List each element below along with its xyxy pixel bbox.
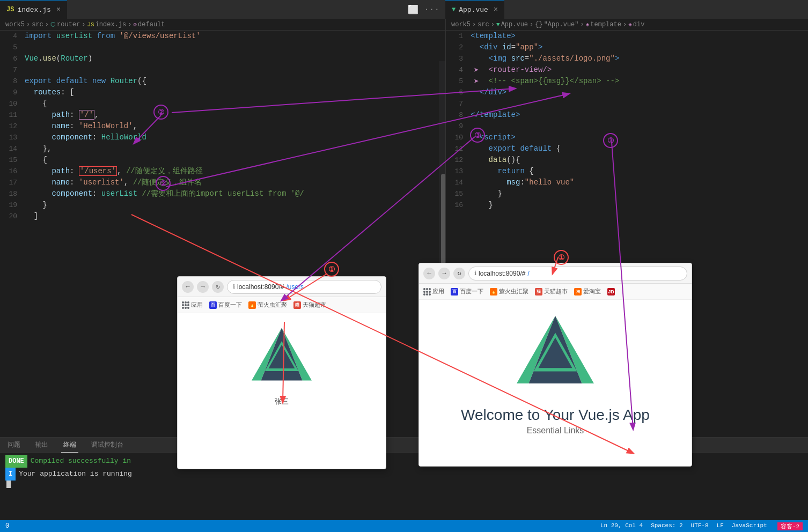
- tab-index-js[interactable]: JS index.js ×: [0, 0, 67, 19]
- tab-label-index: index.js: [17, 6, 50, 14]
- code-line-19: 19 }: [0, 200, 445, 211]
- code-line-6: 6 Vue.use(Router): [0, 53, 445, 64]
- browser-content-right: Welcome to Your Vue.js App Essential Lin…: [419, 300, 692, 446]
- browser-left: ← → ↻ ℹ localhost:8090/#/users 应用 百: [177, 276, 386, 469]
- terminal-cursor-line: [5, 481, 803, 488]
- status-bar: 0 Ln 20, Col 4 Spaces: 2 UTF-8 LF JavaSc…: [0, 520, 808, 532]
- status-spaces: Spaces: 2: [651, 522, 682, 530]
- right-code-line-3: 3 <img src="./assets/logo.png">: [446, 53, 808, 64]
- right-code-line-12: 12 data(){: [446, 154, 808, 166]
- right-code-line-15: 15 }: [446, 188, 808, 200]
- tab-close-app[interactable]: ×: [494, 5, 498, 14]
- url-lock-icon-left: ℹ: [233, 283, 235, 290]
- right-code-line-2: 2 <div id="app">: [446, 42, 808, 53]
- browser-bookmarks-left: 应用 百 百度一下 🔥 萤火虫汇聚 猫 天猫超市: [178, 297, 386, 313]
- done-badge: DONE: [5, 455, 27, 468]
- tab-problems[interactable]: 问题: [5, 438, 23, 453]
- browser-url-bar-right[interactable]: ℹ localhost:8090/#/: [468, 267, 687, 280]
- bookmark-jd-right[interactable]: JD: [607, 288, 615, 295]
- browser-reload-right[interactable]: ↻: [453, 268, 465, 279]
- fire-favicon-right: 🔥: [490, 288, 497, 295]
- status-extra: 容客·2: [777, 522, 803, 530]
- code-line-5: 5: [0, 42, 445, 53]
- bookmark-apps-right[interactable]: 应用: [423, 287, 444, 295]
- status-left: 0: [5, 522, 9, 530]
- bookmark-baidu-right[interactable]: 百 百度一下: [451, 287, 483, 295]
- tab-close-index[interactable]: ×: [56, 5, 61, 14]
- left-breadcrumb: work5 › src › ⬡ router › JS index.js › ⊙…: [0, 19, 445, 31]
- apps-grid-icon: [182, 301, 189, 309]
- right-code-line-8: 8 </template>: [446, 109, 808, 121]
- status-eol: LF: [717, 522, 724, 530]
- more-actions-icon[interactable]: ···: [424, 5, 439, 14]
- baidu-favicon-right: 百: [451, 288, 458, 295]
- right-code-line-11: 11 export default {: [446, 143, 808, 154]
- vue-logo-left: [244, 324, 319, 388]
- browser-forward-left[interactable]: →: [197, 281, 209, 293]
- arrow-marker-2: ➤: [474, 77, 479, 88]
- right-code-line-14: 14 msg:"hello vue": [446, 177, 808, 188]
- bookmark-baidu-left[interactable]: 百 百度一下: [209, 301, 242, 309]
- browser-reload-left[interactable]: ↻: [212, 281, 224, 293]
- browser-content-left: 张三: [178, 313, 386, 417]
- baidu-favicon-left: 百: [209, 301, 217, 309]
- tmall-favicon-right: 猫: [535, 288, 542, 295]
- bookmark-tmall-left[interactable]: 猫 天猫超市: [293, 301, 326, 309]
- code-line-18: 18 component: userList //需要和上面的import us…: [0, 188, 445, 200]
- right-code-line-7: 7: [446, 98, 808, 109]
- url-lock-icon-right: ℹ: [474, 270, 476, 277]
- bookmark-apps-left[interactable]: 应用: [182, 301, 203, 309]
- annotation-circle-2a: ②: [153, 105, 168, 120]
- tmall-favicon-left: 猫: [293, 301, 301, 309]
- right-code-line-5: 5 <!-- <span>{{msg}}</span> --> ➤: [446, 76, 808, 87]
- code-line-4: 4 import userList from '@/views/userList…: [0, 31, 445, 42]
- browser-right: ← → ↻ ℹ localhost:8090/#/ 应用 百 百度一下: [418, 263, 692, 467]
- browser-back-left[interactable]: ←: [182, 281, 194, 293]
- jd-favicon-right: JD: [607, 288, 615, 295]
- tab-debug[interactable]: 调试控制台: [89, 438, 126, 453]
- arrow-marker-1: ➤: [474, 65, 479, 77]
- tab-app-vue[interactable]: ▼ App.vue ×: [445, 0, 504, 19]
- annotation-circle-3b: ③: [603, 133, 618, 148]
- browser-user-text-left: 张三: [275, 397, 289, 407]
- code-line-11: 11 path: '/',: [0, 109, 445, 121]
- tab-terminal[interactable]: 终端: [61, 438, 78, 453]
- code-line-15: 15 {: [0, 154, 445, 166]
- vue-file-icon: ▼: [452, 6, 456, 13]
- fire-favicon-left: 🔥: [248, 301, 256, 309]
- right-code-line-10: 10 <script>: [446, 132, 808, 143]
- status-lang: JavaScript: [732, 522, 767, 530]
- code-line-8: 8 export default new Router({: [0, 76, 445, 87]
- right-code-line-13: 13 return {: [446, 166, 808, 177]
- apps-label-left: 应用: [191, 301, 203, 309]
- right-code-line-9: 9: [446, 121, 808, 132]
- bookmark-fire-right[interactable]: 🔥 萤火虫汇聚: [490, 287, 528, 295]
- browser-forward-right[interactable]: →: [438, 268, 450, 279]
- right-code-line-6: 6 </div>: [446, 87, 808, 98]
- annotation-circle-1b: ①: [554, 250, 569, 265]
- annotation-circle-2b: ②: [156, 176, 171, 191]
- code-line-17: 17 name: 'userlist', //随便定义，组件名: [0, 177, 445, 188]
- right-code-line-16: 16 }: [446, 200, 808, 211]
- code-line-7: 7: [0, 64, 445, 76]
- terminal-cursor: [6, 481, 11, 488]
- apps-label-right: 应用: [432, 287, 444, 295]
- status-encoding: UTF-8: [691, 522, 709, 530]
- tab-output[interactable]: 输出: [33, 438, 50, 453]
- browser-toolbar-right: ← → ↻ ℹ localhost:8090/#/: [419, 263, 692, 284]
- taobao-favicon-right: 淘: [574, 288, 582, 295]
- right-code-line-1: 1 <template>: [446, 31, 808, 42]
- code-line-20: 20 ]: [0, 211, 445, 222]
- tab-label-app: App.vue: [459, 6, 488, 14]
- bookmark-taobao-right[interactable]: 淘 爱淘宝: [574, 287, 601, 295]
- browser-toolbar-left: ← → ↻ ℹ localhost:8090/#/users: [178, 277, 386, 297]
- annotation-circle-3a: ③: [470, 128, 485, 143]
- browser-back-right[interactable]: ←: [423, 268, 435, 279]
- browser-url-bar-left[interactable]: ℹ localhost:8090/#/users: [227, 280, 381, 294]
- split-editor-icon[interactable]: ⬜: [408, 4, 418, 15]
- terminal-line-info: I Your application is running: [5, 468, 803, 481]
- apps-grid-icon-right: [423, 288, 431, 295]
- code-line-10: 10 {: [0, 98, 445, 109]
- bookmark-fire-left[interactable]: 🔥 萤火虫汇聚: [248, 301, 287, 309]
- bookmark-tmall-right[interactable]: 猫 天猫超市: [535, 287, 568, 295]
